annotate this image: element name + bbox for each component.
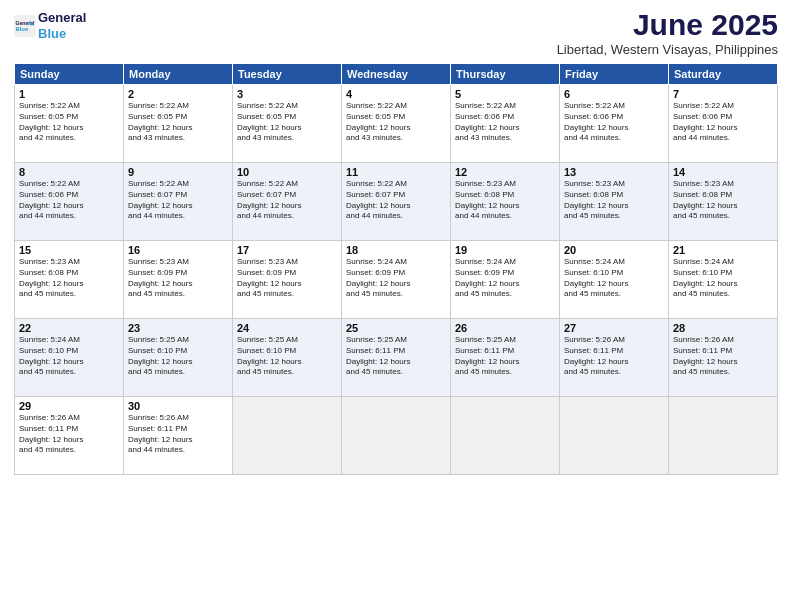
calendar-cell: 11Sunrise: 5:22 AM Sunset: 6:07 PM Dayli… — [342, 163, 451, 241]
day-number: 18 — [346, 244, 446, 256]
calendar-cell — [669, 397, 778, 475]
day-number: 23 — [128, 322, 228, 334]
day-number: 20 — [564, 244, 664, 256]
calendar-cell: 5Sunrise: 5:22 AM Sunset: 6:06 PM Daylig… — [451, 85, 560, 163]
day-info: Sunrise: 5:22 AM Sunset: 6:05 PM Dayligh… — [19, 101, 119, 144]
day-info: Sunrise: 5:22 AM Sunset: 6:05 PM Dayligh… — [346, 101, 446, 144]
day-info: Sunrise: 5:26 AM Sunset: 6:11 PM Dayligh… — [564, 335, 664, 378]
day-number: 4 — [346, 88, 446, 100]
svg-text:Blue: Blue — [15, 26, 28, 32]
calendar-cell: 10Sunrise: 5:22 AM Sunset: 6:07 PM Dayli… — [233, 163, 342, 241]
calendar-cell: 25Sunrise: 5:25 AM Sunset: 6:11 PM Dayli… — [342, 319, 451, 397]
day-number: 28 — [673, 322, 773, 334]
day-number: 29 — [19, 400, 119, 412]
col-header-saturday: Saturday — [669, 64, 778, 85]
day-info: Sunrise: 5:23 AM Sunset: 6:09 PM Dayligh… — [237, 257, 337, 300]
logo: General Blue General Blue — [14, 10, 86, 41]
day-info: Sunrise: 5:26 AM Sunset: 6:11 PM Dayligh… — [19, 413, 119, 456]
day-info: Sunrise: 5:22 AM Sunset: 6:06 PM Dayligh… — [564, 101, 664, 144]
day-info: Sunrise: 5:23 AM Sunset: 6:08 PM Dayligh… — [19, 257, 119, 300]
calendar-cell: 4Sunrise: 5:22 AM Sunset: 6:05 PM Daylig… — [342, 85, 451, 163]
calendar-cell: 29Sunrise: 5:26 AM Sunset: 6:11 PM Dayli… — [15, 397, 124, 475]
logo-text-blue: Blue — [38, 26, 86, 42]
day-number: 3 — [237, 88, 337, 100]
calendar-week-row: 8Sunrise: 5:22 AM Sunset: 6:06 PM Daylig… — [15, 163, 778, 241]
calendar-cell — [342, 397, 451, 475]
calendar-cell: 7Sunrise: 5:22 AM Sunset: 6:06 PM Daylig… — [669, 85, 778, 163]
calendar-cell: 13Sunrise: 5:23 AM Sunset: 6:08 PM Dayli… — [560, 163, 669, 241]
calendar-cell: 3Sunrise: 5:22 AM Sunset: 6:05 PM Daylig… — [233, 85, 342, 163]
day-number: 14 — [673, 166, 773, 178]
calendar-cell — [560, 397, 669, 475]
day-info: Sunrise: 5:22 AM Sunset: 6:07 PM Dayligh… — [128, 179, 228, 222]
day-info: Sunrise: 5:23 AM Sunset: 6:08 PM Dayligh… — [564, 179, 664, 222]
day-info: Sunrise: 5:22 AM Sunset: 6:07 PM Dayligh… — [346, 179, 446, 222]
day-info: Sunrise: 5:22 AM Sunset: 6:06 PM Dayligh… — [19, 179, 119, 222]
day-info: Sunrise: 5:24 AM Sunset: 6:10 PM Dayligh… — [564, 257, 664, 300]
day-number: 22 — [19, 322, 119, 334]
logo-text-general: General — [38, 10, 86, 26]
calendar-cell: 16Sunrise: 5:23 AM Sunset: 6:09 PM Dayli… — [124, 241, 233, 319]
col-header-monday: Monday — [124, 64, 233, 85]
day-number: 13 — [564, 166, 664, 178]
calendar-cell: 19Sunrise: 5:24 AM Sunset: 6:09 PM Dayli… — [451, 241, 560, 319]
calendar-week-row: 29Sunrise: 5:26 AM Sunset: 6:11 PM Dayli… — [15, 397, 778, 475]
day-number: 16 — [128, 244, 228, 256]
day-info: Sunrise: 5:24 AM Sunset: 6:09 PM Dayligh… — [346, 257, 446, 300]
day-info: Sunrise: 5:26 AM Sunset: 6:11 PM Dayligh… — [673, 335, 773, 378]
calendar-table: SundayMondayTuesdayWednesdayThursdayFrid… — [14, 63, 778, 475]
day-number: 2 — [128, 88, 228, 100]
day-info: Sunrise: 5:25 AM Sunset: 6:10 PM Dayligh… — [128, 335, 228, 378]
day-info: Sunrise: 5:24 AM Sunset: 6:10 PM Dayligh… — [673, 257, 773, 300]
calendar-cell: 27Sunrise: 5:26 AM Sunset: 6:11 PM Dayli… — [560, 319, 669, 397]
day-info: Sunrise: 5:25 AM Sunset: 6:11 PM Dayligh… — [346, 335, 446, 378]
calendar-cell: 15Sunrise: 5:23 AM Sunset: 6:08 PM Dayli… — [15, 241, 124, 319]
day-info: Sunrise: 5:22 AM Sunset: 6:07 PM Dayligh… — [237, 179, 337, 222]
day-info: Sunrise: 5:23 AM Sunset: 6:08 PM Dayligh… — [673, 179, 773, 222]
calendar-header-row: SundayMondayTuesdayWednesdayThursdayFrid… — [15, 64, 778, 85]
calendar-cell: 8Sunrise: 5:22 AM Sunset: 6:06 PM Daylig… — [15, 163, 124, 241]
calendar-cell: 18Sunrise: 5:24 AM Sunset: 6:09 PM Dayli… — [342, 241, 451, 319]
calendar-cell: 12Sunrise: 5:23 AM Sunset: 6:08 PM Dayli… — [451, 163, 560, 241]
day-number: 21 — [673, 244, 773, 256]
col-header-sunday: Sunday — [15, 64, 124, 85]
day-number: 5 — [455, 88, 555, 100]
title-block: June 2025 Libertad, Western Visayas, Phi… — [557, 10, 778, 57]
day-number: 24 — [237, 322, 337, 334]
col-header-tuesday: Tuesday — [233, 64, 342, 85]
calendar-cell: 20Sunrise: 5:24 AM Sunset: 6:10 PM Dayli… — [560, 241, 669, 319]
day-info: Sunrise: 5:25 AM Sunset: 6:11 PM Dayligh… — [455, 335, 555, 378]
day-number: 17 — [237, 244, 337, 256]
day-info: Sunrise: 5:26 AM Sunset: 6:11 PM Dayligh… — [128, 413, 228, 456]
day-number: 1 — [19, 88, 119, 100]
calendar-cell: 22Sunrise: 5:24 AM Sunset: 6:10 PM Dayli… — [15, 319, 124, 397]
day-info: Sunrise: 5:23 AM Sunset: 6:08 PM Dayligh… — [455, 179, 555, 222]
day-info: Sunrise: 5:25 AM Sunset: 6:10 PM Dayligh… — [237, 335, 337, 378]
day-number: 15 — [19, 244, 119, 256]
col-header-thursday: Thursday — [451, 64, 560, 85]
calendar-cell: 14Sunrise: 5:23 AM Sunset: 6:08 PM Dayli… — [669, 163, 778, 241]
location-subtitle: Libertad, Western Visayas, Philippines — [557, 42, 778, 57]
month-title: June 2025 — [557, 10, 778, 40]
col-header-wednesday: Wednesday — [342, 64, 451, 85]
day-info: Sunrise: 5:22 AM Sunset: 6:06 PM Dayligh… — [455, 101, 555, 144]
day-number: 25 — [346, 322, 446, 334]
day-info: Sunrise: 5:22 AM Sunset: 6:05 PM Dayligh… — [128, 101, 228, 144]
calendar-week-row: 15Sunrise: 5:23 AM Sunset: 6:08 PM Dayli… — [15, 241, 778, 319]
day-number: 8 — [19, 166, 119, 178]
calendar-cell: 23Sunrise: 5:25 AM Sunset: 6:10 PM Dayli… — [124, 319, 233, 397]
day-number: 26 — [455, 322, 555, 334]
day-info: Sunrise: 5:24 AM Sunset: 6:10 PM Dayligh… — [19, 335, 119, 378]
logo-icon: General Blue — [14, 15, 36, 37]
calendar-cell: 9Sunrise: 5:22 AM Sunset: 6:07 PM Daylig… — [124, 163, 233, 241]
day-number: 11 — [346, 166, 446, 178]
day-number: 10 — [237, 166, 337, 178]
calendar-cell: 17Sunrise: 5:23 AM Sunset: 6:09 PM Dayli… — [233, 241, 342, 319]
page: General Blue General Blue June 2025 Libe… — [0, 0, 792, 612]
day-number: 30 — [128, 400, 228, 412]
calendar-cell: 28Sunrise: 5:26 AM Sunset: 6:11 PM Dayli… — [669, 319, 778, 397]
day-number: 9 — [128, 166, 228, 178]
calendar-week-row: 22Sunrise: 5:24 AM Sunset: 6:10 PM Dayli… — [15, 319, 778, 397]
calendar-cell: 30Sunrise: 5:26 AM Sunset: 6:11 PM Dayli… — [124, 397, 233, 475]
calendar-week-row: 1Sunrise: 5:22 AM Sunset: 6:05 PM Daylig… — [15, 85, 778, 163]
